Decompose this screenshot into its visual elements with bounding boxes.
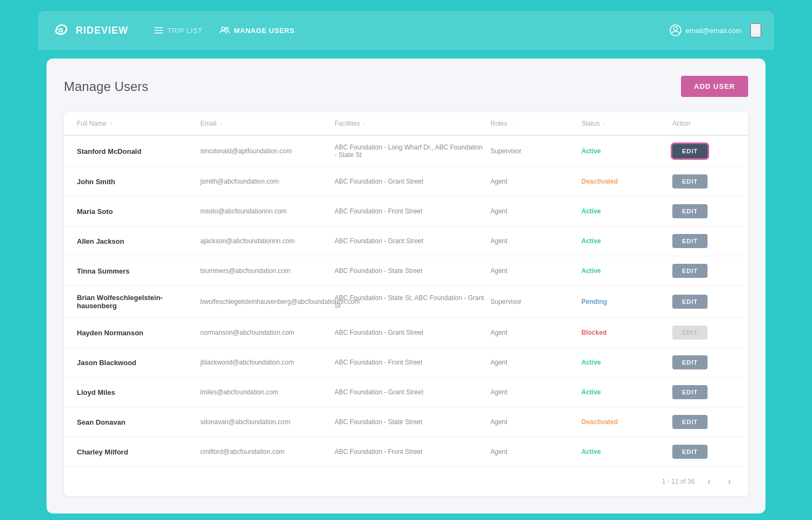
table-row: Maria Soto msoto@abcfoundationnn.com ABC… [64,197,748,226]
cell-facility: ABC Foundation - Front Street [335,359,486,366]
users-table: Full Name ↑ Email ↑ Facilities ↑ Roles ↑… [64,112,748,496]
sort-arrow-roles[interactable]: ↑ [510,121,513,127]
svg-rect-3 [154,32,163,34]
next-page-button[interactable]: › [724,474,735,489]
table-row: Jason Blackwood jblackwood@abcfoundation… [64,348,748,378]
cell-email: ajackson@abcfoundationnn.com [200,237,330,245]
cell-role: Agent [490,448,577,456]
cell-status: Active [581,147,668,155]
cell-role: Agent [490,237,577,245]
table-row: John Smith jsmith@abcfoundation.com ABC … [64,167,748,197]
col-header-action: Action [672,120,737,127]
cell-status: Pending [581,298,668,306]
add-user-button[interactable]: ADD USER [681,76,748,97]
sort-arrow-name[interactable]: ↑ [110,121,113,127]
cell-name: Brian Wolfeschlegelstein-hausenberg [77,294,196,310]
cell-role: Agent [490,359,577,366]
edit-button[interactable]: EDIT [672,295,708,309]
cell-status: Active [581,388,668,396]
cell-status: Active [581,267,668,275]
cell-name: Allen Jackson [77,237,196,245]
logo-icon [51,21,70,40]
cell-action: EDIT [672,204,737,218]
cell-facility: ABC Foundation - State St, ABC Foundatio… [335,294,486,309]
cell-name: Charley Milford [77,448,196,456]
cell-name: John Smith [77,178,196,186]
sort-arrow-facilities[interactable]: ↑ [363,121,366,127]
cell-name: Tinna Summers [77,267,196,275]
cell-email: lmiles@abcfoundation.com [200,388,330,396]
cell-action: EDIT [672,295,737,309]
cell-action: EDIT [672,174,737,188]
table-row: Allen Jackson ajackson@abcfoundationnn.c… [64,226,748,256]
cell-facility: ABC Foundation - Front Street [335,207,486,215]
table-header: Full Name ↑ Email ↑ Facilities ↑ Roles ↑… [64,112,748,136]
cell-facility: ABC Foundation - Long Wharf Dr., ABC Fou… [335,144,486,159]
cell-action: EDIT [672,264,737,278]
user-email-text: email@email.com [686,27,742,35]
svg-point-7 [673,27,677,31]
cell-role: Agent [490,178,577,185]
edit-button[interactable]: EDIT [672,234,708,248]
cell-facility: ABC Foundation - Grant Street [335,237,486,245]
cell-facility: ABC Foundation - State Street [335,267,486,275]
col-header-roles: Roles ↑ [490,120,577,127]
users-icon [220,27,230,34]
trip-list-label: TRIP LIST [167,27,202,35]
cell-email: jsmith@abcfoundation.com [200,178,330,185]
cell-action: EDIT [672,326,737,340]
user-info: email@email.com [670,24,742,36]
cell-name: Sean Donavan [77,418,196,426]
cell-status: Active [581,359,668,366]
logo-area: RIDEVIEW [51,21,128,40]
edit-button[interactable]: EDIT [672,264,708,278]
cell-role: Supervisor [490,147,577,155]
cell-status: Blocked [581,329,668,336]
cell-status: Active [581,448,668,456]
table-row: Charley Milford cmilford@abcfoundation.c… [64,437,748,466]
app-container: RIDEVIEW TRIP LIST MANAGE USERS [38,11,774,520]
cell-name: Stanford McDonald [77,147,196,155]
cell-email: msoto@abcfoundationnn.com [200,207,330,215]
table-row: Tinna Summers tsummers@abcfoundation.com… [64,256,748,286]
table-row: Lloyd Miles lmiles@abcfoundation.com ABC… [64,378,748,407]
svg-rect-1 [154,27,163,28]
sort-arrow-status[interactable]: ↑ [603,121,606,127]
cell-action: EDIT [672,445,737,459]
edit-button[interactable]: EDIT [672,385,708,399]
edit-button[interactable]: EDIT [672,204,708,218]
cell-status: Deactivated [581,418,668,426]
cell-action: EDIT [672,415,737,429]
cell-status: Deactivated [581,178,668,185]
cell-name: Jason Blackwood [77,359,196,367]
svg-point-0 [59,29,62,32]
prev-page-button[interactable]: ‹ [703,474,715,489]
cell-email: tsummers@abcfoundation.com [200,267,330,275]
edit-button[interactable]: EDIT [672,415,708,429]
table-body: Stanford McDonald smcdonald@aptfoundatio… [64,136,748,466]
col-header-facilities: Facilities ↑ [335,120,486,127]
cell-email: bwolfeschlegelsteinhausenberg@abcfoundat… [200,298,330,306]
edit-button[interactable]: EDIT [672,174,708,188]
cell-facility: ABC Foundation - State Street [335,418,486,426]
cell-facility: ABC Foundation - Grant Street [335,178,486,185]
nav-right: email@email.com ⚙ [670,23,762,37]
settings-button[interactable]: ⚙ [750,23,761,37]
edit-button[interactable]: EDIT [672,144,708,158]
cell-email: jblackwood@abcfoundation.com [200,359,330,366]
cell-role: Agent [490,207,577,215]
cell-name: Maria Soto [77,207,196,216]
cell-email: smcdonald@aptfoundation.com [200,147,330,155]
edit-button[interactable]: EDIT [672,355,708,369]
cell-role: Agent [490,267,577,275]
cell-action: EDIT [672,355,737,369]
cell-facility: ABC Foundation - Front Street [335,448,486,456]
col-header-email: Email ↑ [200,120,330,127]
table-row: Hayden Normanson normanson@abcfoundation… [64,318,748,348]
list-icon [154,27,163,34]
sort-arrow-email[interactable]: ↑ [220,121,222,127]
svg-rect-2 [154,30,163,31]
edit-button[interactable]: EDIT [672,445,708,459]
nav-manage-users[interactable]: MANAGE USERS [220,27,294,35]
nav-trip-list[interactable]: TRIP LIST [154,27,202,35]
